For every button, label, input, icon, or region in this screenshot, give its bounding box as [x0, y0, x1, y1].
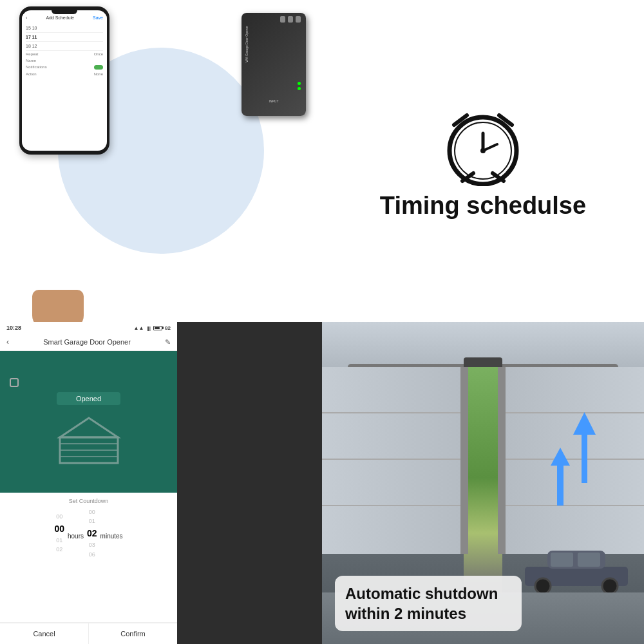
hour-below-1: 01	[56, 536, 62, 545]
wifi-icon: ▲▲	[134, 325, 144, 331]
svg-rect-19	[578, 553, 600, 567]
phone-screen-title: Add Schedule	[46, 15, 74, 20]
app-action-buttons: Cancel Confirm	[0, 623, 177, 644]
checkbox-area	[10, 378, 19, 387]
signal-icon: |||	[146, 325, 151, 331]
device-label: Wifi Garage Door Opener	[245, 26, 249, 62]
schedule-row-3: 18 12	[26, 42, 103, 51]
main-container: ‹ Add Schedule Save 15 10 17 11 18 12	[0, 0, 644, 644]
notifications-toggle[interactable]	[94, 65, 103, 70]
confirm-button[interactable]: Confirm	[89, 623, 177, 644]
repeat-label: Repeat	[26, 52, 38, 56]
arrow-1-container	[573, 412, 596, 486]
svg-marker-9	[60, 418, 118, 437]
notifications-row: Notifications	[26, 64, 103, 71]
battery-fill	[155, 327, 160, 329]
minutes-unit: minutes	[100, 533, 123, 540]
car-silhouette	[518, 544, 634, 592]
wifi-device: Wifi Garage Door Opener INPUT	[232, 13, 316, 129]
schedule-row-2: 17 11	[26, 33, 103, 42]
battery-tip	[162, 327, 164, 329]
car-svg	[518, 544, 634, 592]
min-above-1: 00	[89, 507, 95, 516]
countdown-picker: 00 00 01 02 hours 00 01 02 03 06 minu	[6, 507, 171, 559]
port-2	[288, 16, 293, 23]
schedule-time-3: 18 12	[26, 44, 37, 48]
name-label: Name	[26, 59, 36, 62]
hours-column: 00 00 01 02	[54, 512, 64, 554]
port-3	[296, 16, 301, 23]
back-arrow-icon: ‹	[26, 15, 27, 20]
door-panel-l-3	[322, 460, 462, 506]
svg-marker-15	[551, 448, 570, 506]
back-icon[interactable]: ‹	[6, 337, 9, 346]
minutes-column: 00 01 02 03 06	[87, 507, 97, 559]
phone-header: ‹ Add Schedule Save	[22, 14, 107, 21]
device-ports	[280, 16, 301, 23]
phone-screen: ‹ Add Schedule Save 15 10 17 11 18 12	[22, 10, 107, 151]
battery-icon	[153, 326, 162, 330]
led-2	[298, 87, 301, 90]
bottom-right-panel: Automatic shutdown within 2 minutes	[322, 322, 644, 644]
schedule-time-1: 15 10	[26, 26, 37, 30]
action-label: Action	[26, 72, 37, 76]
min-selected: 02	[87, 526, 97, 540]
svg-marker-14	[573, 412, 596, 483]
app-nav-title: Smart Garage Door Opener	[43, 338, 131, 346]
checkbox[interactable]	[10, 378, 19, 387]
cancel-button[interactable]: Cancel	[0, 623, 89, 644]
device-body: Wifi Garage Door Opener INPUT	[242, 13, 306, 116]
door-panel-l-2	[322, 413, 462, 460]
schedule-row-1: 15 10	[26, 24, 103, 33]
countdown-label: Set Countdown	[6, 498, 171, 504]
signal-icons: ▲▲ ||| 82	[134, 325, 171, 331]
led-1	[298, 82, 301, 85]
top-right-panel: Timing schedulse	[322, 0, 644, 322]
repeat-value: Once	[94, 52, 103, 56]
shutdown-badge: Automatic shutdown within 2 minutes	[335, 576, 522, 631]
edit-icon[interactable]: ✎	[165, 338, 171, 346]
hours-unit: hours	[68, 533, 84, 540]
device-input-label: INPUT	[269, 99, 279, 103]
arrow-2-container	[551, 448, 570, 508]
hand	[32, 290, 84, 322]
alarm-clock-icon	[438, 102, 528, 186]
port-1	[280, 16, 285, 23]
right-track	[498, 367, 506, 554]
hour-below-2: 02	[56, 545, 62, 554]
app-green-section: Opened	[0, 351, 177, 493]
svg-point-6	[480, 148, 486, 153]
phone-schedule-content: 15 10 17 11 18 12 Repeat Once Name	[22, 21, 107, 80]
garage-door-icon	[57, 415, 121, 466]
schedule-time-2: 17 11	[26, 35, 37, 39]
door-panel-r-1	[504, 367, 644, 413]
blue-arrow-2	[551, 448, 570, 506]
bottom-left-panel: 10:28 ▲▲ ||| 82 ‹ Smart Garage Door Open…	[0, 322, 322, 644]
svg-rect-18	[551, 553, 573, 567]
battery-percent: 82	[165, 325, 171, 331]
min-below-1: 03	[89, 540, 95, 549]
repeat-row: Repeat Once	[26, 51, 103, 57]
shutdown-text-line2: within 2 minutes	[345, 603, 511, 623]
svg-point-21	[602, 578, 618, 592]
app-nav-bar: ‹ Smart Garage Door Opener ✎	[0, 334, 177, 351]
phone-mockup: ‹ Add Schedule Save 15 10 17 11 18 12	[19, 6, 109, 155]
app-screenshot: 10:28 ▲▲ ||| 82 ‹ Smart Garage Door Open…	[0, 322, 177, 644]
min-above-2: 01	[89, 516, 95, 526]
countdown-section: Set Countdown 00 00 01 02 hours 00 01 0	[0, 493, 177, 623]
name-row: Name	[26, 57, 103, 64]
timing-title: Timing schedulse	[380, 193, 586, 220]
svg-point-20	[535, 578, 551, 592]
save-label[interactable]: Save	[93, 15, 103, 20]
left-track	[460, 367, 468, 554]
status-time: 10:28	[6, 325, 21, 331]
left-door	[322, 367, 464, 554]
min-below-2: 06	[89, 550, 95, 559]
door-panel-l-1	[322, 367, 462, 413]
notifications-label: Notifications	[26, 65, 47, 70]
app-status-bar: 10:28 ▲▲ ||| 82	[0, 322, 177, 334]
blue-arrow-1	[573, 412, 596, 483]
action-value: None	[94, 72, 103, 76]
shutdown-text-line1: Automatic shutdown	[345, 583, 511, 603]
device-leds	[298, 82, 301, 90]
